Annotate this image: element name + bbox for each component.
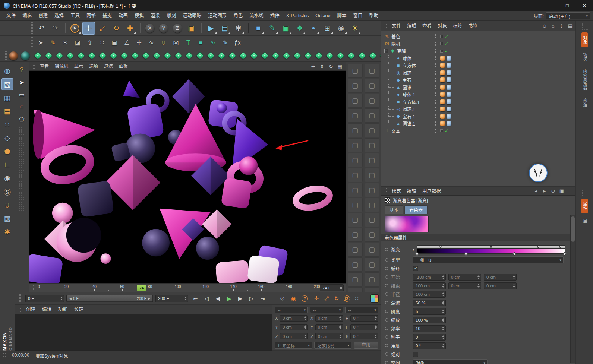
menu-item-12[interactable]: 运动跟踪 [179,11,205,20]
layer-box[interactable] [440,35,443,38]
polygon-selection-icon[interactable]: ⬠ [17,114,27,124]
attribute-number-field[interactable]: 0 cm [448,282,481,289]
interface-select[interactable]: 启动 (用户) ▾ [546,12,590,19]
object-row-8[interactable]: ▲圆锥 [381,84,575,91]
side-palette-icon-1-15[interactable]: ▢ [348,272,363,287]
material-menu-item-3[interactable]: 功能 [55,306,71,314]
render-visibility-dot[interactable] [435,51,436,53]
attribute-checkbox[interactable]: ✓ [413,266,418,271]
gradient-expander-icon[interactable]: ▸ [413,247,415,251]
add-cube-icon[interactable]: ■ [252,22,265,35]
side-palette-icon-2-15[interactable]: ▢ [365,272,379,287]
axis-center-tool-icon[interactable]: ✛ [133,37,145,48]
animation-dot-icon[interactable] [385,361,388,364]
side-palette-icon-2-8[interactable]: ▢ [365,168,379,182]
attribute-manager-menu-item-1[interactable]: 模式 [389,187,404,195]
previous-frame-button[interactable]: ◀ [213,294,223,303]
sound-toggle-button[interactable]: ∅ [277,294,287,303]
menu-item-11[interactable]: 雕刻 [163,11,179,20]
animation-dot-icon[interactable] [385,292,388,296]
stepper-arrows[interactable] [442,275,444,279]
object-row-14[interactable]: T文本✓ [381,127,575,135]
bevel-tool-icon[interactable]: ◪ [72,37,83,48]
stepper-arrows[interactable] [442,284,444,288]
timeline-range-bar[interactable]: ◀0 F 200 F▶ [67,295,152,301]
next-key-button[interactable]: ▷ [246,294,256,303]
object-row-2[interactable]: ⚄随机✓ [381,40,575,48]
ruler-track[interactable]: 02040608010012014016018020074 [39,284,317,292]
lock-y-axis-icon[interactable]: Y [157,22,170,35]
stepper-arrows[interactable] [442,292,444,296]
spline-snap-icon[interactable]: ✱ [1,226,13,238]
key-scale-button[interactable]: ⤢ [322,294,331,303]
home-icon[interactable]: ⌂ [549,22,557,30]
tab-1[interactable]: 基本 [385,205,403,214]
attribute-number-field[interactable]: 0 cm [484,282,517,289]
stepper-arrows[interactable] [442,318,444,322]
mograph-effector-icon-32[interactable] [368,51,378,61]
texture-tag-icon[interactable] [440,121,445,126]
render-visibility-dot[interactable] [435,102,436,104]
layer-box[interactable] [440,129,443,132]
side-palette-icon-1-14[interactable]: ▢ [348,257,363,272]
record-keyframe-button[interactable]: ◉ [288,294,299,303]
rotate-tool-icon[interactable]: ↻ [110,22,123,35]
object-row-7[interactable]: ◆宝石 [381,76,575,84]
measure-tool-icon[interactable]: ∠ [121,37,132,48]
menu-item-21[interactable]: 帮助 [366,11,382,20]
side-palette-icon-1-5[interactable]: ▢ [348,123,363,137]
object-row-1[interactable]: ✎着色✓ [381,33,575,40]
visibility-toggles[interactable] [430,42,440,46]
add-light-icon[interactable]: ☀ [348,22,361,35]
key-rotation-button[interactable]: ↻ [332,294,341,303]
visibility-toggles[interactable] [430,114,440,118]
selection-cursor-icon[interactable]: ➤ [17,77,27,88]
mograph-effector-icon-22[interactable] [260,51,269,61]
phong-tag-icon[interactable] [447,92,451,97]
close-button[interactable]: ✕ [576,0,593,11]
rectangle-selection-icon[interactable]: ▭ [17,89,27,100]
goto-start-button[interactable]: ⇤ [190,294,201,303]
animation-dot-icon[interactable] [385,327,388,330]
ruler-drag-handle[interactable] [33,285,36,291]
coordinate-header-select-1[interactable]: --▾ [275,307,308,313]
visibility-toggles[interactable] [430,100,440,104]
phong-tag-icon[interactable] [447,107,451,111]
menu-item-20[interactable]: 窗口 [350,11,366,20]
cube-modeling-icon[interactable]: ■ [195,37,206,48]
layer-box[interactable] [440,50,443,53]
last-tool-icon[interactable]: ✚ [124,22,136,35]
object-row-9[interactable]: ●球体.1 [381,91,575,98]
mograph-effector-icon-25[interactable] [292,51,302,61]
viewport-canvas[interactable] [29,71,346,283]
attribute-number-field[interactable]: 0 [413,334,446,341]
model-mode-icon[interactable]: ▧ [1,78,13,90]
object-row-11[interactable]: ◎圆环.1 [381,105,575,113]
texture-tag-icon[interactable] [440,114,445,119]
enable-snap-icon[interactable]: ∪ [1,199,13,211]
stepper-arrows[interactable] [339,325,341,329]
object-manager-menu-item-1[interactable]: 文件 [389,22,404,31]
workplane-mode-icon[interactable]: ▤ [1,105,13,117]
menu-item-14[interactable]: 角色 [230,11,246,20]
attribute-select[interactable]: 二维 - U▾ [413,256,564,263]
visibility-toggles[interactable] [430,121,440,126]
mograph-effector-icon-19[interactable] [227,51,237,61]
redo-icon[interactable]: ↷ [49,22,61,35]
material-menu-item-4[interactable]: 纹理 [71,306,87,314]
polygon-pen-icon[interactable]: ✎ [47,37,59,48]
range-end-field[interactable]: 200 F [155,295,188,302]
attribute-select[interactable]: 对象▾ [413,359,488,364]
mograph-effector-icon-3[interactable] [54,51,64,61]
stepper-arrows[interactable] [442,327,444,330]
side-palette-icon-1-6[interactable]: ▢ [348,138,363,152]
search-icon[interactable]: ⊙ [541,22,548,30]
workplane-lock-icon[interactable]: ▩ [1,212,13,224]
points-mode-icon[interactable]: ∷ [1,118,13,130]
editor-visibility-dot[interactable] [435,42,436,43]
render-visibility-dot[interactable] [435,132,436,133]
render-visibility-dot[interactable] [435,110,436,111]
animation-dot-icon[interactable] [385,267,388,270]
menu-item-9[interactable]: 模拟 [131,11,147,20]
enabled-check-icon[interactable]: ✓ [445,128,448,133]
